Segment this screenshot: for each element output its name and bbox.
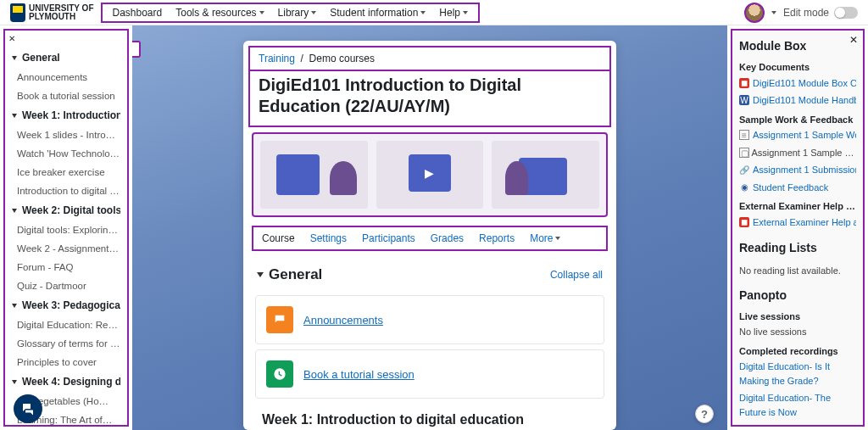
sidebar-item[interactable]: Week 2 - Assignment 1 pre… <box>12 239 120 258</box>
sidebar-section-week4[interactable]: Week 4: Designing digita… <box>12 371 120 392</box>
top-navbar: UNIVERSITY OFPLYMOUTH Dashboard Tools & … <box>0 0 868 25</box>
recording-3[interactable]: Engage! Navigating Digital Education <box>739 421 856 427</box>
breadcrumb-link-training[interactable]: Training <box>259 53 295 64</box>
section-week1-title: Week 1: Introduction to digital educatio… <box>262 412 524 427</box>
sidebar-section-general[interactable]: General <box>12 47 120 68</box>
course-card: Training / Demo courses DigiEd101 Introd… <box>243 41 616 430</box>
tab-more[interactable]: More <box>530 232 560 244</box>
doc-checklist[interactable]: ◼DigiEd101 Module Box Checklist <box>739 75 856 92</box>
external-examiner-doc[interactable]: ◼External Examiner Help and Guid… <box>739 214 856 232</box>
sidebar-item[interactable]: Principles to cover <box>12 353 120 371</box>
help-button[interactable]: ? <box>695 405 714 423</box>
activity-announcements[interactable]: Announcements <box>255 295 604 344</box>
shield-icon <box>10 3 25 22</box>
module-box-title: Module Box <box>739 37 856 55</box>
sidebar-item[interactable]: Book a tutorial session <box>12 87 120 105</box>
submission-link[interactable]: 🔗Assignment 1 Submission Link <box>739 161 856 179</box>
recording-2[interactable]: Digital Education- The Future is Now <box>739 389 856 421</box>
nav-help[interactable]: Help <box>432 3 475 22</box>
completed-recordings-heading: Completed recordings <box>739 344 856 359</box>
course-main-area: Training / Demo courses DigiEd101 Introd… <box>132 25 727 430</box>
nav-library[interactable]: Library <box>271 3 324 22</box>
live-sessions-heading: Live sessions <box>739 310 856 324</box>
edit-mode-label: Edit mode <box>783 7 829 19</box>
sidebar-item[interactable]: Quiz - Dartmoor <box>12 276 120 295</box>
chevron-down-icon <box>259 11 264 14</box>
edit-mode-toggle[interactable]: Edit mode <box>783 7 858 19</box>
activity-link[interactable]: Announcements <box>303 314 383 327</box>
tab-participants[interactable]: Participants <box>362 232 415 244</box>
sidebar-item[interactable]: Digital tools: Exploring the… <box>12 221 120 239</box>
live-sessions-empty: No live sessions <box>739 323 856 341</box>
tab-course[interactable]: Course <box>262 232 295 244</box>
sidebar-item[interactable]: Introduction to digital edu… <box>12 181 120 200</box>
section-week1-header[interactable]: Week 1: Introduction to digital educatio… <box>243 404 616 430</box>
scheduler-icon <box>266 360 293 388</box>
doc-handbook[interactable]: WDigiEd101 Module Handbook <box>739 92 856 109</box>
brand-logo[interactable]: UNIVERSITY OFPLYMOUTH <box>10 3 94 22</box>
drawer-toggle[interactable] <box>132 41 141 58</box>
sample-work-2[interactable]: ▢ Assignment 1 Sample Work <box>739 144 856 162</box>
sidebar-item[interactable]: Forum - FAQ <box>12 258 120 276</box>
sample-work-1[interactable]: ≡Assignment 1 Sample Work <box>739 126 856 144</box>
activity-book-tutorial[interactable]: Book a tutorial session <box>255 349 604 399</box>
breadcrumb-separator: / <box>298 53 309 64</box>
course-title: DigiEd101 Introduction to Digital Educat… <box>259 75 601 117</box>
user-menu-caret[interactable] <box>771 11 776 14</box>
course-title-block: DigiEd101 Introduction to Digital Educat… <box>248 70 611 127</box>
course-tabs: Course Settings Participants Grades Repo… <box>252 226 608 251</box>
sidebar-item[interactable]: Watch 'How Technology is … <box>12 144 120 163</box>
primary-nav: Dashboard Tools & resources Library Stud… <box>101 3 481 23</box>
word-icon: W <box>739 95 749 105</box>
page-icon: ▢ <box>739 148 749 158</box>
panopto-heading: Panopto <box>739 287 856 304</box>
sidebar-section-week1[interactable]: Week 1: Introduction to … <box>12 105 120 126</box>
sidebar-item[interactable]: Ice breaker exercise <box>12 163 120 181</box>
feedback-icon: ◉ <box>739 182 749 193</box>
nav-student-info[interactable]: Student information <box>323 3 432 22</box>
chevron-down-icon <box>257 272 264 277</box>
section-general-header[interactable]: General Collapse all <box>243 260 616 290</box>
nav-dashboard[interactable]: Dashboard <box>106 3 170 22</box>
link-icon: 🔗 <box>739 165 749 175</box>
sidebar-item[interactable]: Digital Education: Revoluti… <box>12 316 120 334</box>
sample-work-heading: Sample Work & Feedback <box>739 113 856 127</box>
pdf-icon: ◼ <box>739 78 749 88</box>
external-examiner-heading: External Examiner Help and Guida… <box>739 199 856 214</box>
page-icon: ≡ <box>739 130 749 140</box>
user-avatar[interactable] <box>744 3 765 23</box>
sidebar-item[interactable]: Announcements <box>12 68 120 87</box>
recording-1[interactable]: Digital Education- Is It Making the Grad… <box>739 358 856 389</box>
chevron-down-icon <box>311 11 316 14</box>
breadcrumb: Training / Demo courses <box>248 46 611 71</box>
chevron-down-icon <box>420 11 426 14</box>
chevron-down-icon <box>555 237 560 240</box>
chat-button[interactable] <box>14 394 42 423</box>
student-feedback[interactable]: ◉Student Feedback <box>739 179 856 197</box>
nav-tools[interactable]: Tools & resources <box>169 3 270 22</box>
hero-illustration-2 <box>376 141 484 209</box>
close-icon[interactable]: ✕ <box>8 34 15 43</box>
tab-reports[interactable]: Reports <box>479 232 515 244</box>
sidebar-section-week2[interactable]: Week 2: Digital tools for … <box>12 200 120 221</box>
close-icon[interactable]: ✕ <box>849 34 858 46</box>
reading-lists-heading: Reading Lists <box>739 239 856 257</box>
section-general-title: General <box>269 266 322 283</box>
tab-settings[interactable]: Settings <box>310 232 347 244</box>
course-hero-image <box>252 132 608 217</box>
course-index-sidebar: ✕ General Announcements Book a tutorial … <box>3 29 129 427</box>
forum-icon <box>266 306 293 333</box>
activity-link[interactable]: Book a tutorial session <box>303 368 415 381</box>
toggle-switch-icon[interactable] <box>834 7 858 19</box>
sidebar-item[interactable]: Glossary of terms for a ne… <box>12 334 120 353</box>
sidebar-item[interactable]: Week 1 slides - Introductio… <box>12 126 120 144</box>
tab-grades[interactable]: Grades <box>431 232 464 244</box>
reading-lists-empty: No reading list available. <box>739 262 856 280</box>
pdf-icon: ◼ <box>739 217 749 227</box>
key-documents-heading: Key Documents <box>739 60 856 75</box>
hero-illustration-1 <box>260 141 368 209</box>
sidebar-section-week3[interactable]: Week 3: Pedagogical app… <box>12 295 120 316</box>
collapse-all-link[interactable]: Collapse all <box>550 269 603 281</box>
chevron-down-icon <box>463 11 468 14</box>
breadcrumb-current: Demo courses <box>309 53 375 64</box>
